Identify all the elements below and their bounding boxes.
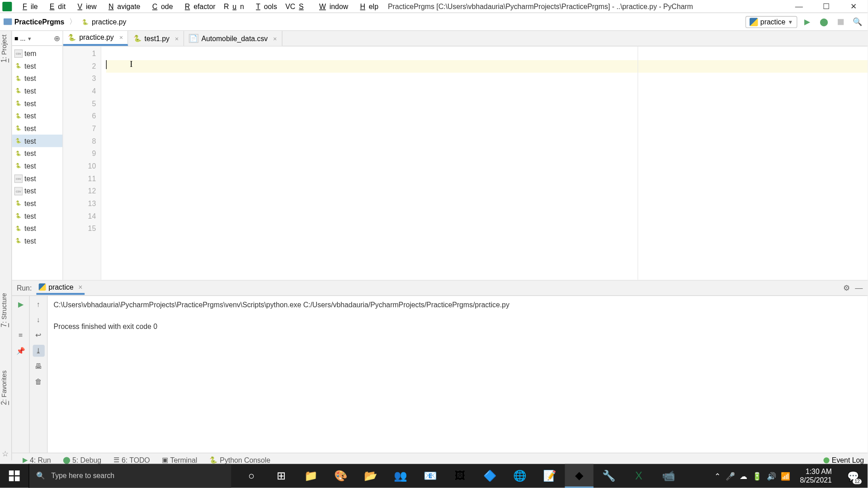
tab-project[interactable]: 1: Project — [0, 34, 8, 62]
hide-icon[interactable]: — — [855, 283, 863, 292]
menu-vcs[interactable]: VCS — [282, 1, 311, 12]
tray-chevron-icon[interactable]: ⌃ — [714, 471, 721, 480]
breadcrumb-file[interactable]: practice.py — [92, 18, 126, 26]
tree-item[interactable]: csvtest — [12, 185, 62, 197]
tree-item[interactable]: 🐍test — [12, 122, 62, 135]
locate-icon[interactable]: ⊕ — [54, 33, 60, 42]
project-tree: ■ ... ▾ ⊕ csvtem🐍test🐍test🐍test🐍test🐍tes… — [12, 31, 63, 280]
star-icon[interactable]: ☆ — [2, 449, 9, 458]
tree-item[interactable]: csvtem — [12, 47, 62, 60]
tree-item[interactable]: 🐍test — [12, 160, 62, 172]
taskbar-clock[interactable]: 1:30 AM 8/25/2021 — [795, 468, 836, 484]
run-button[interactable]: ▶ — [801, 15, 814, 28]
menu-help[interactable]: Help — [353, 1, 382, 12]
tree-item[interactable]: 🐍test — [12, 147, 62, 160]
menu-navigate[interactable]: Navigate — [101, 1, 144, 12]
teams-icon[interactable]: 👥 — [386, 464, 415, 488]
taskbar-search[interactable]: 🔍 Type here to search — [28, 464, 231, 488]
menu-window[interactable]: Window — [312, 1, 352, 12]
tree-item[interactable]: 🐍test — [12, 135, 62, 147]
folder-icon — [4, 19, 12, 25]
close-icon[interactable]: × — [78, 283, 82, 291]
clear-button[interactable]: 🗑 — [33, 376, 44, 388]
app-icon[interactable]: 🖼 — [446, 464, 474, 488]
chrome-icon[interactable]: 🌐 — [505, 464, 534, 488]
pin-button[interactable]: 📌 — [14, 345, 26, 357]
menu-view[interactable]: View — [71, 1, 100, 12]
minimize-button[interactable]: — — [785, 0, 813, 13]
pycharm-taskbar-icon[interactable]: ◆ — [565, 464, 593, 488]
wifi-icon[interactable]: 📶 — [781, 471, 790, 480]
run-panel-config-tab[interactable]: practice × — [37, 281, 85, 295]
cortana-icon[interactable]: ○ — [237, 464, 266, 488]
maximize-button[interactable]: ☐ — [813, 0, 840, 13]
excel-icon[interactable]: X — [624, 464, 653, 488]
app-icon[interactable]: 🎨 — [326, 464, 355, 488]
tray-icon[interactable]: ☁ — [740, 471, 747, 480]
gear-icon[interactable]: ⚙ — [843, 283, 850, 292]
tree-item[interactable]: 🐍test — [12, 210, 62, 222]
event-log-button[interactable]: Event Log — [823, 456, 864, 464]
app-icon[interactable]: 🔷 — [476, 464, 504, 488]
tree-item[interactable]: 🐍test — [12, 72, 62, 84]
scroll-to-end-button[interactable]: ⤓ — [33, 345, 44, 357]
task-view-icon[interactable]: ⊞ — [267, 464, 295, 488]
search-button[interactable]: 🔍 — [851, 15, 864, 28]
menu-tools[interactable]: Tools — [249, 1, 280, 12]
tree-item[interactable]: 🐍test — [12, 60, 62, 72]
menu-code[interactable]: Code — [145, 1, 176, 12]
tab-structure[interactable]: 7: Structure — [0, 293, 8, 327]
rerun-button[interactable]: ▶ — [14, 298, 26, 310]
notepad-icon[interactable]: 📝 — [535, 464, 564, 488]
up-button[interactable]: ↑ — [33, 298, 44, 310]
soft-wrap-button[interactable]: ↩ — [33, 329, 44, 341]
layout-button[interactable]: ≡ — [14, 329, 26, 341]
debug-button[interactable]: ⬤ — [817, 15, 830, 28]
tree-item[interactable]: 🐍test — [12, 235, 62, 247]
console-output[interactable]: C:\Users\vbhadauria\PycharmProjects\Prac… — [47, 296, 868, 453]
notification-button[interactable]: 💬12 — [841, 464, 865, 488]
line-number: 8 — [63, 135, 96, 148]
print-button[interactable]: 🖶 — [33, 360, 44, 372]
tree-item[interactable]: csvtest — [12, 172, 62, 185]
tree-item[interactable]: 🐍test — [12, 222, 62, 235]
tree-item[interactable]: 🐍test — [12, 197, 62, 210]
close-icon[interactable]: × — [119, 34, 123, 41]
start-button[interactable] — [0, 464, 28, 488]
app-icon[interactable]: 📂 — [356, 464, 385, 488]
tab-label: Automobile_data.csv — [201, 34, 268, 42]
menu-file[interactable]: File — [15, 1, 41, 12]
stop-run-button[interactable] — [14, 314, 26, 326]
tree-item[interactable]: 🐍test — [12, 110, 62, 122]
run-config-selector[interactable]: practice ▼ — [745, 16, 797, 28]
python-file-icon: 🐍 — [14, 212, 23, 220]
down-button[interactable]: ↓ — [33, 314, 44, 326]
menu-edit[interactable]: Edit — [42, 1, 69, 12]
close-button[interactable]: ✕ — [840, 0, 868, 13]
close-icon[interactable]: × — [175, 35, 179, 42]
csv-file-icon: csv — [14, 187, 23, 195]
editor-tab[interactable]: 📄Automobile_data.csv× — [184, 31, 282, 46]
tree-item[interactable]: 🐍test — [12, 97, 62, 110]
tree-item[interactable]: 🐍test — [12, 84, 62, 97]
camera-icon[interactable]: 📹 — [654, 464, 683, 488]
editor-tab[interactable]: 🐍practice.py× — [63, 31, 128, 46]
chevron-down-icon[interactable]: ▾ — [28, 35, 31, 41]
outlook-icon[interactable]: 📧 — [416, 464, 444, 488]
editor-tab[interactable]: 🐍test1.py× — [128, 31, 184, 46]
tree-view-mode[interactable]: ■ ... — [14, 34, 26, 42]
close-icon[interactable]: × — [273, 35, 277, 42]
menu-run[interactable]: Run — [220, 1, 248, 12]
text-cursor-icon: I — [130, 60, 132, 69]
code-editor[interactable]: I — [101, 47, 868, 280]
stop-button[interactable] — [834, 15, 847, 28]
app-icon[interactable]: 🔧 — [594, 464, 623, 488]
python-file-icon: 🐍 — [14, 162, 23, 170]
breadcrumb-project[interactable]: PracticePrgms — [14, 18, 65, 26]
tray-icon[interactable]: 🔋 — [752, 471, 762, 480]
file-explorer-icon[interactable]: 📁 — [297, 464, 325, 488]
menu-refactor[interactable]: Refactor — [178, 1, 219, 12]
volume-icon[interactable]: 🔊 — [767, 471, 776, 480]
tray-icon[interactable]: 🎤 — [726, 471, 735, 480]
tab-favorites[interactable]: 2: Favorites — [0, 371, 8, 405]
